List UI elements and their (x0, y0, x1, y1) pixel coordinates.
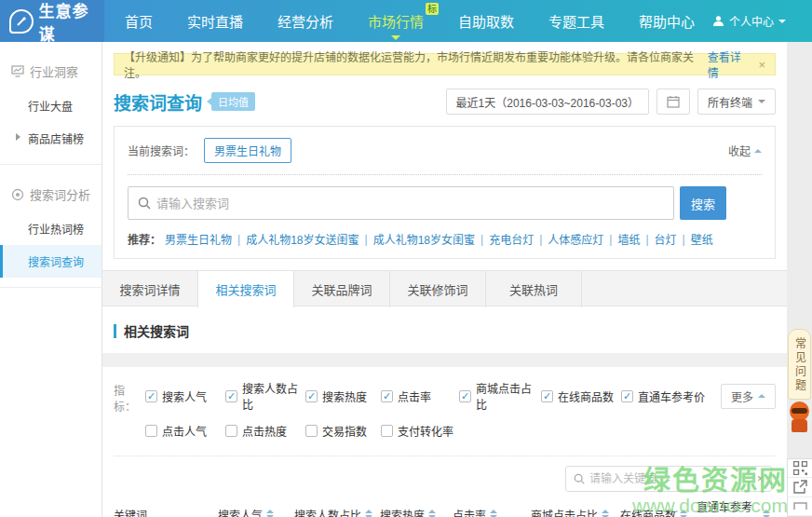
metric-checkbox-ctr[interactable]: ✓点击率 (381, 388, 459, 404)
metric-label: 点击率 (398, 388, 431, 404)
notice-detail-link[interactable]: 查看详情 (708, 48, 751, 80)
col-header-mall-click-ratio[interactable]: 商城点击占比 (531, 507, 620, 517)
collapse-toggle[interactable]: 收起 (728, 143, 762, 158)
sort-icon[interactable] (602, 510, 609, 517)
separator: | (645, 233, 648, 246)
metric-checkbox-click-popularity[interactable]: 点击人气 (145, 423, 225, 439)
metric-label: 搜索热度 (322, 388, 367, 404)
col-label: 直通车参考价 (697, 498, 759, 517)
current-term-tag[interactable]: 男票生日礼物 (204, 138, 291, 163)
nav-item-home[interactable]: 首页 (125, 0, 153, 42)
user-menu[interactable]: 个人中心 (712, 0, 786, 42)
nav-item-live[interactable]: 实时直播 (187, 0, 243, 42)
col-header-searcher-ratio[interactable]: 搜索人数占比 (294, 507, 380, 517)
metric-checkbox-trade-index[interactable]: 交易指数 (305, 423, 381, 439)
sort-icon[interactable] (763, 510, 770, 517)
col-header-search-heat[interactable]: 搜索热度 (380, 507, 453, 517)
metric-checkbox-searcher-ratio[interactable]: ✓搜索人数占比 (225, 380, 305, 412)
col-header-search-popularity[interactable]: 搜索人气 (218, 507, 294, 517)
sidebar-item-shop-rank[interactable]: 商品店铺榜 (0, 122, 102, 155)
faq-bubble[interactable]: 常见问题 (788, 329, 811, 400)
search-panel: 当前搜索词： 男票生日礼物 收起 搜索 推荐： 男票生日礼物| 成人礼物18岁女… (114, 126, 776, 259)
recommend-link[interactable]: 墙纸 (617, 231, 640, 247)
metric-checkbox-online-products[interactable]: ✓在线商品数 (541, 388, 621, 404)
metric-checkbox-mall-click-ratio[interactable]: ✓商城点击占比 (459, 380, 541, 412)
metric-label: 点击热度 (242, 423, 287, 439)
close-icon[interactable]: × (758, 58, 765, 72)
page-header: 搜索词查询 日均值 最近1天（2016-03-03~2016-03-03） 所有… (102, 75, 787, 124)
col-header-online-products[interactable]: 在线商品数 (620, 507, 697, 517)
sidebar-item-search-query[interactable]: 搜索词查询 (0, 245, 102, 278)
clear-icon[interactable]: × (757, 472, 764, 485)
section-divider-band (102, 353, 787, 367)
checkbox-unchecked-icon (145, 425, 157, 437)
qr-code-icon[interactable] (788, 459, 812, 478)
recommend-link[interactable]: 壁纸 (691, 231, 713, 247)
recommend-link[interactable]: 男票生日礼物 (165, 231, 232, 247)
sidebar-group-search-header: 搜索词分析 (0, 172, 102, 212)
tab-hot-words[interactable]: 关联热词 (486, 271, 582, 307)
new-badge: 标 (426, 3, 439, 15)
app-logo[interactable]: 生意参谋 (0, 0, 104, 42)
checkbox-checked-icon: ✓ (541, 390, 553, 402)
col-header-ctr[interactable]: 点击率 (453, 507, 531, 517)
search-icon (574, 473, 585, 484)
nav-item-data[interactable]: 自助取数 (458, 0, 514, 42)
tab-filler (582, 271, 787, 306)
metric-checkbox-click-heat[interactable]: 点击热度 (225, 423, 305, 439)
feedback-icon[interactable] (788, 497, 812, 516)
more-metrics-button[interactable]: 更多 (721, 384, 776, 409)
sort-icon[interactable] (266, 510, 274, 517)
tab-search-detail[interactable]: 搜索词详情 (102, 271, 198, 307)
metric-label: 点击人气 (162, 423, 207, 439)
chevron-up-icon (758, 394, 765, 398)
search-icon (138, 197, 151, 210)
sidebar-group-title: 搜索词分析 (30, 185, 90, 203)
sidebar-group-industry: 行业洞察 行业大盘 商品店铺榜 (0, 42, 102, 165)
search-input[interactable] (156, 197, 664, 211)
metric-label: 搜索人数占比 (242, 380, 305, 412)
chevron-down-icon (391, 35, 400, 40)
terminal-select[interactable]: 所有终端 (697, 88, 776, 115)
faq-widget[interactable]: 常见问题 (788, 329, 811, 435)
separator: | (480, 233, 483, 246)
col-label: 在线商品数 (620, 507, 676, 517)
sort-icon[interactable] (428, 510, 436, 517)
keyword-filter-input[interactable] (589, 472, 752, 485)
dotted-divider (128, 174, 762, 175)
metric-checkbox-ztc-price[interactable]: ✓直通车参考价 (621, 388, 705, 404)
col-label: 点击率 (453, 507, 486, 517)
sort-icon[interactable] (680, 510, 687, 517)
tab-modifier-words[interactable]: 关联修饰词 (390, 271, 486, 307)
sidebar-item-industry-board[interactable]: 行业大盘 (0, 89, 102, 122)
tab-brand-words[interactable]: 关联品牌词 (294, 271, 390, 307)
faq-char: 常见问题 (792, 337, 807, 393)
col-label: 搜索人数占比 (294, 507, 361, 517)
date-range-button[interactable]: 最近1天（2016-03-03~2016-03-03） (446, 88, 649, 115)
checkbox-checked-icon: ✓ (381, 390, 393, 402)
search-button[interactable]: 搜索 (680, 186, 726, 220)
tab-related-search[interactable]: 相关搜索词 (198, 271, 294, 308)
metrics-label: 指标： (114, 380, 145, 450)
recommend-link[interactable]: 成人礼物18岁女送闺蜜 (246, 231, 359, 247)
metric-checkbox-search-popularity[interactable]: ✓搜索人气 (145, 388, 225, 404)
recommend-link[interactable]: 充电台灯 (489, 231, 534, 247)
sidebar-item-hot-words[interactable]: 行业热词榜 (0, 212, 102, 245)
recommend-link[interactable]: 人体感应灯 (548, 231, 603, 247)
metric-checkbox-search-heat[interactable]: ✓搜索热度 (305, 388, 381, 404)
nav-item-tools[interactable]: 专题工具 (548, 0, 604, 42)
nav-item-market[interactable]: 市场行情 标 (368, 0, 424, 42)
calendar-button[interactable] (656, 88, 690, 115)
external-link-icon[interactable] (788, 478, 812, 497)
sort-icon[interactable] (490, 510, 497, 517)
recommend-link[interactable]: 成人礼物18岁女闺蜜 (373, 231, 475, 247)
chevron-down-icon (778, 20, 786, 23)
recommend-link[interactable]: 台灯 (655, 231, 677, 247)
sidebar-group-industry-header: 行业洞察 (0, 49, 102, 89)
metric-checkbox-pay-conversion[interactable]: 支付转化率 (381, 423, 459, 439)
nav-item-help[interactable]: 帮助中心 (639, 0, 695, 42)
daily-average-badge: 日均值 (211, 92, 255, 111)
sort-icon[interactable] (365, 510, 372, 517)
nav-item-analysis[interactable]: 经营分析 (277, 0, 333, 42)
col-header-ztc-price[interactable]: 直通车参考价 (697, 498, 776, 517)
